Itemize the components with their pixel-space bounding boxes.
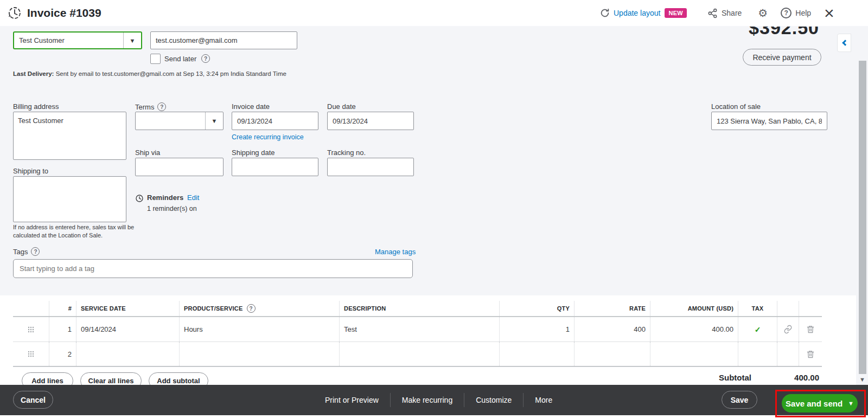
shipping-date-label: Shipping date	[232, 149, 275, 157]
tracking-no-input[interactable]	[327, 158, 414, 176]
cancel-button[interactable]: Cancel	[13, 391, 53, 409]
qty-cell[interactable]: 1	[499, 317, 574, 341]
billing-address-label: Billing address	[13, 102, 59, 111]
invoice-date-field-wrap	[232, 112, 318, 130]
rate-cell[interactable]: 400	[574, 317, 650, 341]
tags-label-text: Tags	[13, 248, 28, 256]
create-recurring-invoice-link[interactable]: Create recurring invoice	[232, 133, 304, 141]
send-later-checkbox[interactable]	[150, 54, 161, 64]
location-of-sale-input[interactable]	[712, 112, 827, 130]
rate-cell[interactable]	[574, 342, 650, 366]
scrollbar-thumb[interactable]	[859, 61, 866, 374]
description-cell[interactable]: Test	[339, 317, 499, 341]
qty-header: QTY	[499, 301, 574, 316]
print-or-preview-button[interactable]: Print or Preview	[314, 396, 390, 404]
service-date-cell[interactable]: 09/14/2024	[76, 317, 179, 341]
balance-due-clipped: $392.50	[716, 27, 819, 36]
save-and-send-label: Save and send	[786, 399, 843, 408]
billing-address-textarea[interactable]: Test Customer	[13, 112, 126, 160]
shipping-date-input[interactable]	[232, 158, 318, 176]
reminders-edit-link[interactable]: Edit	[187, 194, 199, 202]
last-delivery-text: Sent by email to test.customer@gmail.com…	[54, 70, 286, 77]
shipping-to-label: Shipping to	[13, 167, 48, 175]
receive-payment-button[interactable]: Receive payment	[743, 49, 821, 66]
subtotal-value: 400.00	[760, 373, 819, 382]
reminders-status: 1 reminder(s) on	[147, 205, 197, 212]
send-later-help-icon[interactable]: ?	[201, 54, 210, 63]
service-date-header: SERVICE DATE	[76, 301, 179, 316]
ship-via-input[interactable]	[135, 158, 224, 176]
table-header-row: # SERVICE DATE PRODUCT/SERVICE ? DESCRIP…	[13, 301, 822, 317]
delete-row-icon[interactable]	[799, 342, 822, 366]
service-date-cell[interactable]	[76, 342, 179, 366]
description-cell[interactable]	[339, 342, 499, 366]
qty-cell[interactable]	[499, 342, 574, 366]
scrollbar-down-arrow[interactable]: ▼	[859, 376, 865, 383]
customize-button[interactable]: Customize	[464, 396, 523, 404]
due-date-label: Due date	[327, 102, 356, 111]
rate-header: RATE	[574, 301, 650, 316]
customer-email-field-wrap	[150, 31, 297, 49]
help-icon[interactable]: ?	[781, 8, 792, 18]
product-service-cell[interactable]: Hours	[179, 317, 339, 341]
collapse-panel-button[interactable]	[837, 34, 851, 52]
product-service-cell[interactable]	[179, 342, 339, 366]
help-label[interactable]: Help	[795, 9, 811, 17]
terms-label-text: Terms	[135, 103, 154, 111]
link-transaction-icon[interactable]	[777, 317, 799, 341]
product-service-header-text: PRODUCT/SERVICE	[184, 305, 243, 312]
last-delivery-line: Last Delivery: Sent by email to test.cus…	[13, 70, 286, 77]
save-and-send-button[interactable]: Save and send ▼	[782, 394, 858, 412]
tags-input[interactable]	[14, 260, 412, 278]
amount-cell[interactable]	[650, 342, 738, 366]
shipping-to-textarea[interactable]	[13, 176, 126, 222]
terms-label: Terms ?	[135, 102, 166, 111]
due-date-field-wrap	[327, 112, 414, 130]
customer-select[interactable]: Test Customer ▼	[13, 31, 142, 49]
description-header: DESCRIPTION	[339, 301, 499, 316]
terms-help-icon[interactable]: ?	[157, 102, 166, 111]
top-header: Invoice #1039 Update layout NEW Share ⚙ …	[0, 0, 868, 26]
row-number: 2	[49, 342, 76, 366]
drag-handle-icon[interactable]	[13, 317, 49, 341]
invoice-history-icon[interactable]	[8, 6, 22, 20]
product-service-help-icon[interactable]: ?	[247, 304, 256, 313]
customer-select-value: Test Customer	[14, 33, 123, 48]
num-header: #	[49, 301, 76, 316]
terms-select[interactable]: ▼	[135, 112, 224, 130]
more-button[interactable]: More	[524, 396, 564, 404]
refresh-icon[interactable]	[600, 8, 610, 18]
chevron-down-icon[interactable]: ▼	[123, 33, 141, 48]
table-row: 2	[13, 342, 822, 367]
tags-help-icon[interactable]: ?	[31, 247, 40, 256]
invoice-date-label: Invoice date	[232, 102, 270, 111]
amount-cell[interactable]: 400.00	[650, 317, 738, 341]
footer-center-actions: Print or Preview Make recurring Customiz…	[314, 385, 564, 415]
share-label[interactable]: Share	[722, 9, 742, 17]
ship-via-label: Ship via	[135, 149, 160, 157]
tax-cell[interactable]: ✓	[738, 317, 777, 341]
clock-icon	[135, 194, 144, 203]
chevron-down-icon[interactable]: ▼	[848, 400, 854, 407]
make-recurring-button[interactable]: Make recurring	[391, 396, 464, 404]
save-button[interactable]: Save	[722, 391, 757, 409]
close-icon[interactable]: ×	[824, 5, 834, 21]
last-delivery-label: Last Delivery:	[13, 70, 54, 77]
row-number: 1	[49, 317, 76, 341]
invoice-date-input[interactable]	[232, 112, 318, 130]
customer-email-input[interactable]	[151, 32, 297, 49]
drag-column-header	[13, 301, 49, 316]
delete-row-icon[interactable]	[799, 317, 822, 341]
tax-cell[interactable]	[738, 342, 777, 366]
chevron-down-icon[interactable]: ▼	[205, 112, 223, 130]
share-icon[interactable]	[707, 8, 718, 18]
due-date-input[interactable]	[328, 112, 413, 130]
update-layout-link[interactable]: Update layout	[614, 9, 660, 17]
location-of-sale-field-wrap	[711, 112, 827, 130]
gear-icon[interactable]: ⚙	[758, 7, 768, 20]
tax-header: TAX	[738, 301, 777, 316]
product-service-header: PRODUCT/SERVICE ?	[179, 301, 339, 316]
drag-handle-icon[interactable]	[13, 342, 49, 366]
link-column-header	[777, 301, 799, 316]
manage-tags-link[interactable]: Manage tags	[375, 248, 416, 256]
